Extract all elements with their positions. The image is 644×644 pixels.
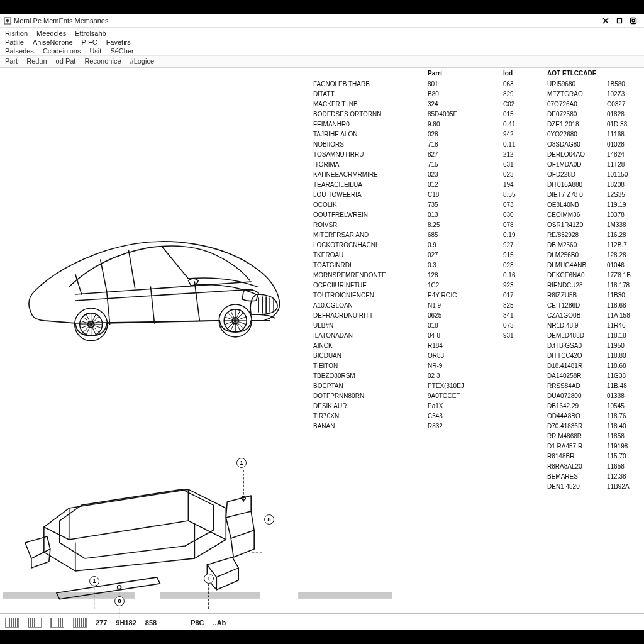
toolbar-button[interactable]: Part: [5, 57, 18, 65]
table-row[interactable]: DEFRACRDNUIRITT0625841CZA1GO0B11A 158: [308, 311, 644, 321]
svg-rect-1: [618, 18, 622, 23]
table-row[interactable]: BANANR832D70.41836R118.40: [308, 421, 644, 431]
toolbar-button[interactable]: od Pat: [56, 57, 76, 65]
table-row[interactable]: OOUTFRELWREIN013030CEOIMM3610378: [308, 210, 644, 220]
menu-item[interactable]: PIFC: [82, 38, 97, 46]
menu-item[interactable]: Meedcles: [36, 30, 66, 37]
cell-name: FACNOLEB THARB: [308, 80, 428, 89]
column-header-name[interactable]: [308, 70, 428, 77]
cell-name: TAJRIHE ALON: [308, 130, 428, 139]
cell-name: ULB#N: [308, 321, 428, 330]
table-row[interactable]: DITATTB80829MEZTGRAO102Z3: [308, 89, 644, 99]
table-row[interactable]: LOUTIOWEERIAC188.55DIET7 Z78 012S35: [308, 190, 644, 200]
cell-part: 0625: [428, 311, 503, 320]
table-row[interactable]: A10.CGLOANN1 9825CEIT1286D118.68: [308, 301, 644, 311]
table-row[interactable]: BEMARES112.38: [308, 472, 644, 482]
toolbar-button[interactable]: Recononice: [84, 57, 121, 65]
toolbar-button[interactable]: #Logice: [130, 57, 155, 65]
column-header-id[interactable]: Iod: [503, 70, 547, 77]
table-row[interactable]: TBEZO80RSM02 3DA140258R11G38: [308, 371, 644, 381]
table-row[interactable]: BICDUANOR83DITTCC42O118.80: [308, 351, 644, 361]
cell-part: PTEX(310EJ: [428, 382, 503, 391]
cell-id: 825: [503, 301, 547, 310]
table-row[interactable]: DESIK AURPa1XDB1642.2910545: [308, 401, 644, 411]
table-row[interactable]: BOCPTANPTEX(310EJRRSS84AD11B.48: [308, 381, 644, 391]
cell-ext: 11658: [607, 462, 644, 471]
table-row[interactable]: ILATONADAN04-8931DEMLD488D118.18: [308, 331, 644, 341]
column-header-ext[interactable]: [607, 70, 644, 77]
table-row[interactable]: KAHNEEACRMRMIRE023023OFD228D101150: [308, 170, 644, 180]
menu-item[interactable]: Usit: [89, 47, 101, 55]
table-row[interactable]: BODEDSES ORTORNN85D4005E015DE07258001828: [308, 109, 644, 119]
cell-id: [503, 412, 547, 421]
table-row[interactable]: MACKER T INB324C0207O726A0C0327: [308, 99, 644, 109]
table-row[interactable]: FACNOLEB THARB801063URI596801B580: [308, 79, 644, 89]
menu-item[interactable]: Ccodeinions: [43, 47, 81, 55]
cell-ext: 12S35: [607, 191, 644, 199]
cell-part: 1C2: [428, 281, 503, 290]
cell-ref: DEMLD488D: [547, 331, 607, 340]
table-row[interactable]: OCECIIURINFTUE1C2923RIENDCU28118.178: [308, 280, 644, 291]
table-row[interactable]: TOSAMNUTIRRU827212DERLO04AO14824: [308, 150, 644, 160]
cell-ext: 118.18: [607, 331, 644, 340]
table-row[interactable]: TEARACILEILUA012194DIT016A88018208: [308, 180, 644, 190]
table-row[interactable]: OCOLIK735073OE8L40NB119.19: [308, 200, 644, 210]
cell-ext: 11T28: [607, 160, 644, 169]
cell-name: OCOLIK: [308, 201, 428, 209]
table-row[interactable]: R8148BR115.70: [308, 452, 644, 462]
assembly-diagram: 1 8 1 1 8: [0, 433, 308, 634]
menu-item[interactable]: SéCher: [110, 47, 133, 55]
table-row[interactable]: FEIMANHR09.800.41DZE1 201801D.38: [308, 119, 644, 130]
table-row[interactable]: LOCKOTROCNHACNL0.9927DB M2560112B.7: [308, 240, 644, 250]
menu-item[interactable]: Favetirs: [106, 38, 131, 46]
cell-name: LOCKOTROCNHACNL: [308, 241, 428, 250]
toolbar-button[interactable]: Redun: [26, 57, 47, 65]
table-row[interactable]: TOATGINRDI0.3023DLMUG4ANB01046: [308, 260, 644, 270]
menu-item[interactable]: Risition: [5, 30, 28, 37]
cell-part: 027: [428, 251, 503, 260]
menu-item[interactable]: Patlile: [5, 38, 24, 46]
cell-ref: OF1MDA0D: [547, 160, 607, 169]
table-row[interactable]: TIEITONNR-9D18.41481R118.68: [308, 361, 644, 371]
cell-part: 028: [428, 130, 503, 139]
table-row[interactable]: ROIVSR8.25078OSR1R41Z01M338: [308, 220, 644, 230]
table-row[interactable]: D1 RA457.R119198: [308, 441, 644, 452]
cell-part: P4Y ROIC: [428, 291, 503, 300]
table-row[interactable]: TOUTROICNIENCENP4Y ROIC017R8IZZU5B11B30: [308, 291, 644, 301]
table-row[interactable]: ULB#N018073NR1D.48.911R46: [308, 321, 644, 331]
table-row[interactable]: MORNSREMRENDONTE1280.16DEKCE6NA017Z8 1B: [308, 270, 644, 280]
menu-item[interactable]: AniseNorone: [33, 38, 73, 46]
column-header-part[interactable]: Parrt: [428, 70, 503, 77]
cell-ref: OFD228D: [547, 170, 607, 179]
table-row[interactable]: RR.M4868R11858: [308, 431, 644, 441]
cell-ref: DIET7 Z78 0: [547, 191, 607, 199]
cell-part: 0.3: [428, 261, 503, 270]
app-window: Meral Pe MemEnts Memsnnes Risition Meedc…: [0, 14, 644, 630]
app-icon: [4, 17, 11, 25]
close-button[interactable]: [599, 15, 613, 26]
aux-window-button[interactable]: [626, 15, 640, 26]
table-row[interactable]: TKEROAU027915Df M256B0128.28: [308, 250, 644, 260]
table-row[interactable]: NOBIIORS7180.11O8SDAG8001028: [308, 140, 644, 150]
scrollbar[interactable]: [298, 592, 392, 599]
cell-name: AINCK: [308, 341, 428, 350]
table-row[interactable]: DOTFPRNN80RN9A0TOCETDUA07280001338: [308, 391, 644, 401]
table-row[interactable]: TAJRIHE ALON0289420YO2268011168: [308, 130, 644, 140]
cell-ref: DIT016A880: [547, 180, 607, 189]
table-body: FACNOLEB THARB801063URI596801B580DITATTB…: [308, 79, 644, 589]
cell-ref: OE8L40NB: [547, 201, 607, 209]
table-row[interactable]: DEN1 482011B92A: [308, 482, 644, 492]
table-row[interactable]: MITERFRSAR AND6850.19RE/852928116.28: [308, 230, 644, 240]
cell-ref: D18.41481R: [547, 362, 607, 370]
cell-id: 212: [503, 150, 547, 159]
restore-button[interactable]: [613, 15, 626, 26]
table-row[interactable]: TIR70XNC543OD44A8BO118.76: [308, 411, 644, 421]
menu-item[interactable]: Patsedes: [5, 47, 34, 55]
table-row[interactable]: ITORIMA715631OF1MDA0D11T28: [308, 160, 644, 170]
callout-bubble: 8: [264, 514, 274, 525]
cell-ref: D70.41836R: [547, 422, 607, 431]
table-row[interactable]: AINCKR184D.fTB·GSA011950: [308, 341, 644, 351]
column-header-ref[interactable]: AOT ETLCCADE: [547, 70, 607, 77]
menu-item[interactable]: Ettrolsahb: [75, 30, 106, 37]
table-row[interactable]: R8RA8AL2011658: [308, 462, 644, 472]
